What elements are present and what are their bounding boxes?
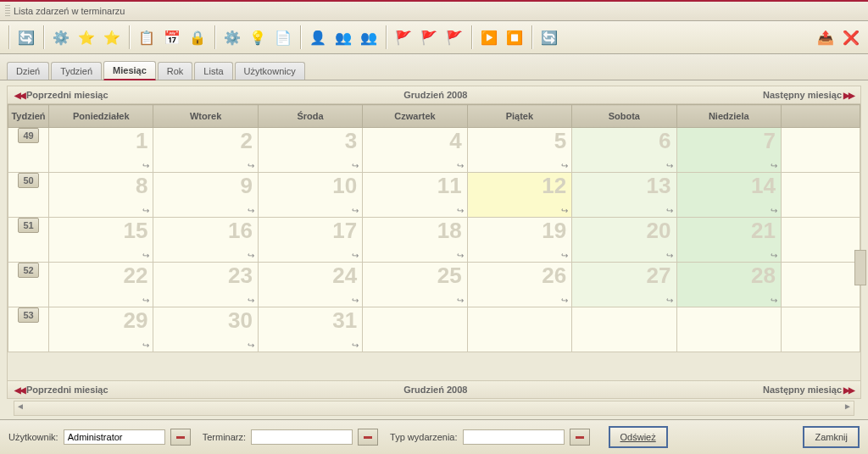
type-field[interactable] xyxy=(463,429,565,445)
day-cell[interactable]: 19↪ xyxy=(467,218,571,263)
goto-icon[interactable]: ↪ xyxy=(352,251,359,260)
goto-icon[interactable]: ↪ xyxy=(771,296,777,305)
goto-icon[interactable]: ↪ xyxy=(248,340,254,350)
day-cell[interactable]: 10↪ xyxy=(258,173,362,218)
gear-icon[interactable]: ⚙️ xyxy=(51,27,71,47)
goto-icon[interactable]: ↪ xyxy=(248,296,254,305)
goto-icon[interactable]: ↪ xyxy=(457,296,464,305)
lock-icon[interactable]: 🔒 xyxy=(187,27,208,47)
goto-icon[interactable]: ↪ xyxy=(142,206,149,215)
prev-month-button[interactable]: ◀◀Poprzedni miesiąc xyxy=(8,90,115,100)
day-cell[interactable]: 24↪ xyxy=(258,263,362,307)
refresh-icon[interactable]: 🔄 xyxy=(16,27,36,47)
goto-icon[interactable]: ↪ xyxy=(771,251,777,260)
day-cell[interactable]: 2↪ xyxy=(153,128,258,173)
day-cell[interactable]: 4↪ xyxy=(363,128,467,173)
day-cell[interactable]: 17↪ xyxy=(258,218,362,263)
note-icon[interactable]: 📋 xyxy=(136,27,157,47)
bulb-icon[interactable]: 💡 xyxy=(248,27,268,47)
day-cell[interactable]: 14↪ xyxy=(676,173,781,218)
group2-icon[interactable]: 👥 xyxy=(359,27,379,47)
day-cell[interactable]: 23↪ xyxy=(153,263,258,307)
goto-icon[interactable]: ↪ xyxy=(142,296,149,305)
doc-icon[interactable]: 📄 xyxy=(273,27,293,47)
calendar-field[interactable] xyxy=(251,429,353,445)
week-number[interactable]: 52 xyxy=(8,263,49,307)
goto-icon[interactable]: ↪ xyxy=(771,206,777,215)
day-cell[interactable]: 31↪ xyxy=(258,307,362,352)
horizontal-scrollbar[interactable] xyxy=(14,401,854,416)
next-month-button[interactable]: Następny miesiąc▶▶ xyxy=(756,90,860,100)
export-icon[interactable]: 📤 xyxy=(815,27,836,47)
day-cell[interactable]: 22↪ xyxy=(49,263,153,307)
day-cell[interactable]: 18↪ xyxy=(363,218,467,263)
week-number[interactable]: 49 xyxy=(8,128,49,173)
next-month-button-bottom[interactable]: Następny miesiąc▶▶ xyxy=(756,385,860,395)
goto-icon[interactable]: ↪ xyxy=(352,161,359,170)
tab-użytkownicy[interactable]: Użytkownicy xyxy=(235,62,305,80)
day-cell[interactable]: 5↪ xyxy=(467,128,571,173)
day-cell[interactable]: 7↪ xyxy=(676,128,781,173)
day-cell[interactable]: 6↪ xyxy=(572,128,676,173)
goto-icon[interactable]: ↪ xyxy=(352,206,359,215)
tab-rok[interactable]: Rok xyxy=(158,62,193,80)
flag1-icon[interactable]: 🚩 xyxy=(393,27,414,47)
refresh-button[interactable]: Odśwież xyxy=(609,426,668,448)
gear2-icon[interactable]: ⚙️ xyxy=(222,27,242,47)
day-cell[interactable]: 11↪ xyxy=(363,173,467,218)
goto-icon[interactable]: ↪ xyxy=(561,206,568,215)
goto-icon[interactable]: ↪ xyxy=(561,161,568,170)
goto-icon[interactable]: ↪ xyxy=(352,340,359,350)
day-cell[interactable]: 16↪ xyxy=(153,218,258,263)
goto-icon[interactable]: ↪ xyxy=(142,161,149,170)
cycle-icon[interactable]: 🔄 xyxy=(539,27,559,47)
close-x-icon[interactable]: ❌ xyxy=(841,27,861,47)
goto-icon[interactable]: ↪ xyxy=(666,251,673,260)
goto-icon[interactable]: ↪ xyxy=(666,296,673,305)
vertical-scrollbar[interactable] xyxy=(854,250,866,285)
user-icon[interactable]: 👤 xyxy=(308,27,328,47)
day-cell[interactable]: 13↪ xyxy=(572,173,676,218)
star-left-icon[interactable]: ⭐ xyxy=(76,27,97,47)
day-cell[interactable]: 9↪ xyxy=(153,173,258,218)
tab-miesiąc[interactable]: Miesiąc xyxy=(103,61,156,80)
tab-lista[interactable]: Lista xyxy=(194,62,232,80)
tab-dzień[interactable]: Dzień xyxy=(7,62,49,80)
week-number[interactable]: 50 xyxy=(8,173,49,218)
day-cell[interactable]: 29↪ xyxy=(49,307,153,352)
goto-icon[interactable]: ↪ xyxy=(666,206,673,215)
day-cell[interactable]: 20↪ xyxy=(572,218,676,263)
goto-icon[interactable]: ↪ xyxy=(248,206,254,215)
group1-icon[interactable]: 👥 xyxy=(333,27,353,47)
day-cell[interactable]: 8↪ xyxy=(49,173,153,218)
goto-icon[interactable]: ↪ xyxy=(352,296,359,305)
prev-month-button-bottom[interactable]: ◀◀Poprzedni miesiąc xyxy=(8,385,115,395)
goto-icon[interactable]: ↪ xyxy=(457,251,464,260)
play-icon[interactable]: ▶️ xyxy=(479,27,499,47)
clear-user-button[interactable] xyxy=(170,429,191,446)
day-cell[interactable]: 1↪ xyxy=(49,128,153,173)
goto-icon[interactable]: ↪ xyxy=(142,251,149,260)
close-button[interactable]: Zamknij xyxy=(803,426,860,448)
flag3-icon[interactable]: 🚩 xyxy=(444,27,465,47)
goto-icon[interactable]: ↪ xyxy=(561,296,568,305)
goto-icon[interactable]: ↪ xyxy=(248,251,254,260)
star-right-icon[interactable]: ⭐ xyxy=(102,27,122,47)
day-cell[interactable]: 15↪ xyxy=(49,218,153,263)
day-cell[interactable]: 27↪ xyxy=(572,263,676,307)
user-field[interactable] xyxy=(64,429,165,445)
day-cell[interactable]: 21↪ xyxy=(676,218,781,263)
goto-icon[interactable]: ↪ xyxy=(142,340,149,350)
clear-type-button[interactable] xyxy=(570,429,590,446)
week-number[interactable]: 51 xyxy=(8,218,49,263)
day-cell[interactable]: 3↪ xyxy=(258,128,362,173)
day-cell[interactable]: 30↪ xyxy=(153,307,258,352)
day-cell[interactable]: 12↪ xyxy=(467,173,571,218)
stop-icon[interactable]: ⏹️ xyxy=(504,27,525,47)
goto-icon[interactable]: ↪ xyxy=(457,206,464,215)
goto-icon[interactable]: ↪ xyxy=(248,161,254,170)
flag2-icon[interactable]: 🚩 xyxy=(419,27,439,47)
goto-icon[interactable]: ↪ xyxy=(561,251,568,260)
day-cell[interactable]: 25↪ xyxy=(363,263,467,307)
day-cell[interactable]: 26↪ xyxy=(467,263,571,307)
